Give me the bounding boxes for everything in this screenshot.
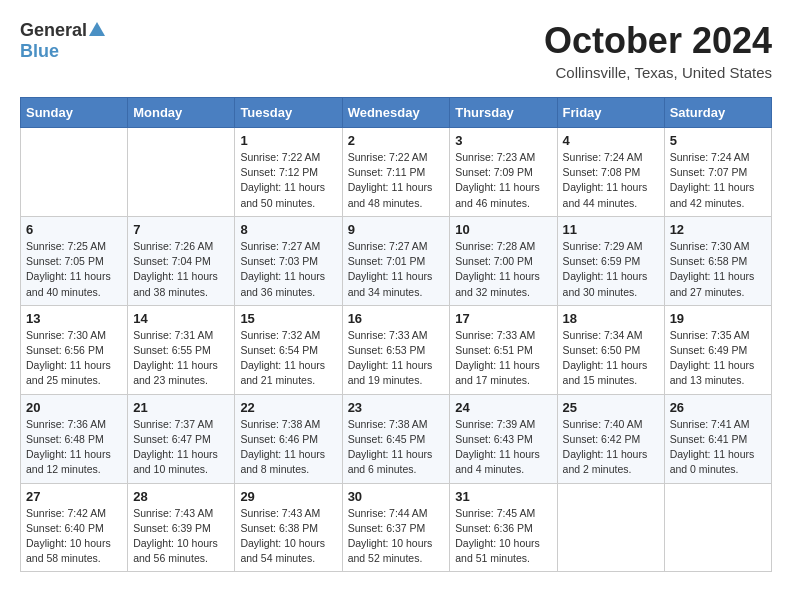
- day-cell: 25Sunrise: 7:40 AM Sunset: 6:42 PM Dayli…: [557, 394, 664, 483]
- day-number: 26: [670, 400, 766, 415]
- day-info: Sunrise: 7:24 AM Sunset: 7:07 PM Dayligh…: [670, 150, 766, 211]
- day-info: Sunrise: 7:33 AM Sunset: 6:53 PM Dayligh…: [348, 328, 445, 389]
- day-info: Sunrise: 7:39 AM Sunset: 6:43 PM Dayligh…: [455, 417, 551, 478]
- day-number: 21: [133, 400, 229, 415]
- day-info: Sunrise: 7:40 AM Sunset: 6:42 PM Dayligh…: [563, 417, 659, 478]
- day-info: Sunrise: 7:31 AM Sunset: 6:55 PM Dayligh…: [133, 328, 229, 389]
- location: Collinsville, Texas, United States: [544, 64, 772, 81]
- day-number: 13: [26, 311, 122, 326]
- day-info: Sunrise: 7:30 AM Sunset: 6:58 PM Dayligh…: [670, 239, 766, 300]
- day-number: 12: [670, 222, 766, 237]
- day-number: 11: [563, 222, 659, 237]
- day-info: Sunrise: 7:37 AM Sunset: 6:47 PM Dayligh…: [133, 417, 229, 478]
- day-number: 28: [133, 489, 229, 504]
- day-number: 19: [670, 311, 766, 326]
- day-info: Sunrise: 7:32 AM Sunset: 6:54 PM Dayligh…: [240, 328, 336, 389]
- logo-blue-text: Blue: [20, 41, 59, 62]
- day-number: 14: [133, 311, 229, 326]
- day-cell: 15Sunrise: 7:32 AM Sunset: 6:54 PM Dayli…: [235, 305, 342, 394]
- day-cell: [664, 483, 771, 572]
- header-cell-friday: Friday: [557, 98, 664, 128]
- day-cell: 17Sunrise: 7:33 AM Sunset: 6:51 PM Dayli…: [450, 305, 557, 394]
- calendar-header: SundayMondayTuesdayWednesdayThursdayFrid…: [21, 98, 772, 128]
- day-number: 7: [133, 222, 229, 237]
- day-info: Sunrise: 7:27 AM Sunset: 7:03 PM Dayligh…: [240, 239, 336, 300]
- day-number: 18: [563, 311, 659, 326]
- day-cell: 27Sunrise: 7:42 AM Sunset: 6:40 PM Dayli…: [21, 483, 128, 572]
- day-number: 16: [348, 311, 445, 326]
- day-cell: 19Sunrise: 7:35 AM Sunset: 6:49 PM Dayli…: [664, 305, 771, 394]
- day-info: Sunrise: 7:38 AM Sunset: 6:46 PM Dayligh…: [240, 417, 336, 478]
- logo-general-text: General: [20, 20, 87, 41]
- day-cell: 28Sunrise: 7:43 AM Sunset: 6:39 PM Dayli…: [128, 483, 235, 572]
- week-row-1: 1Sunrise: 7:22 AM Sunset: 7:12 PM Daylig…: [21, 128, 772, 217]
- day-number: 6: [26, 222, 122, 237]
- week-row-2: 6Sunrise: 7:25 AM Sunset: 7:05 PM Daylig…: [21, 216, 772, 305]
- title-block: October 2024 Collinsville, Texas, United…: [544, 20, 772, 81]
- day-cell: 6Sunrise: 7:25 AM Sunset: 7:05 PM Daylig…: [21, 216, 128, 305]
- day-cell: 4Sunrise: 7:24 AM Sunset: 7:08 PM Daylig…: [557, 128, 664, 217]
- header-cell-saturday: Saturday: [664, 98, 771, 128]
- day-cell: 5Sunrise: 7:24 AM Sunset: 7:07 PM Daylig…: [664, 128, 771, 217]
- day-info: Sunrise: 7:36 AM Sunset: 6:48 PM Dayligh…: [26, 417, 122, 478]
- day-cell: [21, 128, 128, 217]
- logo: General Blue: [20, 20, 105, 62]
- day-cell: 30Sunrise: 7:44 AM Sunset: 6:37 PM Dayli…: [342, 483, 450, 572]
- header-cell-tuesday: Tuesday: [235, 98, 342, 128]
- day-number: 24: [455, 400, 551, 415]
- page-header: General Blue October 2024 Collinsville, …: [20, 20, 772, 81]
- day-number: 9: [348, 222, 445, 237]
- day-cell: 31Sunrise: 7:45 AM Sunset: 6:36 PM Dayli…: [450, 483, 557, 572]
- day-info: Sunrise: 7:29 AM Sunset: 6:59 PM Dayligh…: [563, 239, 659, 300]
- day-cell: 8Sunrise: 7:27 AM Sunset: 7:03 PM Daylig…: [235, 216, 342, 305]
- day-number: 15: [240, 311, 336, 326]
- header-cell-wednesday: Wednesday: [342, 98, 450, 128]
- day-info: Sunrise: 7:26 AM Sunset: 7:04 PM Dayligh…: [133, 239, 229, 300]
- day-cell: 24Sunrise: 7:39 AM Sunset: 6:43 PM Dayli…: [450, 394, 557, 483]
- week-row-3: 13Sunrise: 7:30 AM Sunset: 6:56 PM Dayli…: [21, 305, 772, 394]
- week-row-4: 20Sunrise: 7:36 AM Sunset: 6:48 PM Dayli…: [21, 394, 772, 483]
- day-cell: 29Sunrise: 7:43 AM Sunset: 6:38 PM Dayli…: [235, 483, 342, 572]
- day-number: 17: [455, 311, 551, 326]
- day-cell: 22Sunrise: 7:38 AM Sunset: 6:46 PM Dayli…: [235, 394, 342, 483]
- day-info: Sunrise: 7:27 AM Sunset: 7:01 PM Dayligh…: [348, 239, 445, 300]
- day-info: Sunrise: 7:28 AM Sunset: 7:00 PM Dayligh…: [455, 239, 551, 300]
- day-number: 1: [240, 133, 336, 148]
- day-cell: 7Sunrise: 7:26 AM Sunset: 7:04 PM Daylig…: [128, 216, 235, 305]
- day-info: Sunrise: 7:22 AM Sunset: 7:11 PM Dayligh…: [348, 150, 445, 211]
- day-info: Sunrise: 7:38 AM Sunset: 6:45 PM Dayligh…: [348, 417, 445, 478]
- day-number: 29: [240, 489, 336, 504]
- day-number: 27: [26, 489, 122, 504]
- header-cell-sunday: Sunday: [21, 98, 128, 128]
- day-number: 2: [348, 133, 445, 148]
- calendar-body: 1Sunrise: 7:22 AM Sunset: 7:12 PM Daylig…: [21, 128, 772, 572]
- day-info: Sunrise: 7:44 AM Sunset: 6:37 PM Dayligh…: [348, 506, 445, 567]
- day-info: Sunrise: 7:23 AM Sunset: 7:09 PM Dayligh…: [455, 150, 551, 211]
- day-cell: 11Sunrise: 7:29 AM Sunset: 6:59 PM Dayli…: [557, 216, 664, 305]
- day-number: 22: [240, 400, 336, 415]
- day-info: Sunrise: 7:30 AM Sunset: 6:56 PM Dayligh…: [26, 328, 122, 389]
- calendar-table: SundayMondayTuesdayWednesdayThursdayFrid…: [20, 97, 772, 572]
- day-number: 23: [348, 400, 445, 415]
- day-cell: [128, 128, 235, 217]
- day-info: Sunrise: 7:43 AM Sunset: 6:38 PM Dayligh…: [240, 506, 336, 567]
- header-cell-monday: Monday: [128, 98, 235, 128]
- day-number: 5: [670, 133, 766, 148]
- day-info: Sunrise: 7:35 AM Sunset: 6:49 PM Dayligh…: [670, 328, 766, 389]
- day-cell: [557, 483, 664, 572]
- day-info: Sunrise: 7:42 AM Sunset: 6:40 PM Dayligh…: [26, 506, 122, 567]
- day-info: Sunrise: 7:33 AM Sunset: 6:51 PM Dayligh…: [455, 328, 551, 389]
- day-number: 30: [348, 489, 445, 504]
- week-row-5: 27Sunrise: 7:42 AM Sunset: 6:40 PM Dayli…: [21, 483, 772, 572]
- day-number: 31: [455, 489, 551, 504]
- day-cell: 1Sunrise: 7:22 AM Sunset: 7:12 PM Daylig…: [235, 128, 342, 217]
- header-cell-thursday: Thursday: [450, 98, 557, 128]
- day-number: 8: [240, 222, 336, 237]
- day-cell: 3Sunrise: 7:23 AM Sunset: 7:09 PM Daylig…: [450, 128, 557, 217]
- day-number: 10: [455, 222, 551, 237]
- day-cell: 21Sunrise: 7:37 AM Sunset: 6:47 PM Dayli…: [128, 394, 235, 483]
- logo-triangle-icon: [89, 22, 105, 36]
- day-cell: 9Sunrise: 7:27 AM Sunset: 7:01 PM Daylig…: [342, 216, 450, 305]
- header-row: SundayMondayTuesdayWednesdayThursdayFrid…: [21, 98, 772, 128]
- day-cell: 16Sunrise: 7:33 AM Sunset: 6:53 PM Dayli…: [342, 305, 450, 394]
